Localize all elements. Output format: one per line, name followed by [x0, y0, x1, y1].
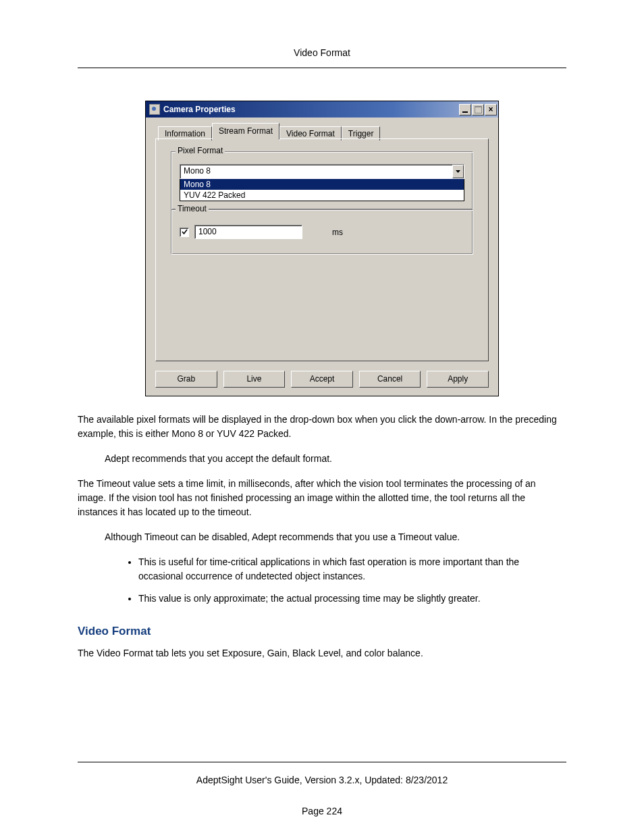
maximize-button	[472, 104, 484, 115]
paragraph: Adept recommends that you accept the def…	[105, 452, 566, 466]
pixel-format-label: Pixel Format	[176, 146, 225, 155]
pixel-format-combo[interactable]: Mono 8	[180, 164, 464, 179]
pixel-format-dropdown: Mono 8 YUV 422 Packed	[180, 178, 464, 201]
bullet-list: This is useful for time-critical applica…	[78, 555, 566, 606]
list-item: This value is only approximate; the actu…	[138, 592, 566, 606]
dropdown-item-yuv422[interactable]: YUV 422 Packed	[180, 190, 464, 201]
paragraph: The Video Format tab lets you set Exposu…	[78, 646, 566, 660]
accept-button[interactable]: Accept	[291, 371, 353, 388]
apply-button[interactable]: Apply	[427, 371, 489, 388]
document-body: The available pixel formats will be disp…	[78, 413, 566, 660]
camera-properties-dialog: Camera Properties × Information Stream F…	[145, 101, 499, 396]
live-button[interactable]: Live	[223, 371, 286, 388]
timeout-label: Timeout	[176, 204, 209, 213]
combo-dropdown-button[interactable]	[452, 165, 464, 178]
dialog-titlebar[interactable]: Camera Properties ×	[146, 101, 498, 118]
list-item: This is useful for time-critical applica…	[138, 555, 566, 583]
timeout-group: Timeout 1000 ms	[171, 209, 473, 255]
dialog-button-row: Grab Live Accept Cancel Apply	[155, 371, 489, 388]
footer-rule	[78, 762, 566, 762]
dialog-title: Camera Properties	[163, 105, 458, 114]
tab-panel-stream-format: Pixel Format Mono 8 Mono 8 YUV 422 Packe…	[155, 138, 489, 361]
tab-stream-format[interactable]: Stream Format	[212, 123, 279, 140]
paragraph: The available pixel formats will be disp…	[78, 413, 566, 441]
section-heading-video-format: Video Format	[78, 625, 566, 638]
pixel-format-group: Pixel Format Mono 8 Mono 8 YUV 422 Packe…	[171, 151, 473, 210]
timeout-input[interactable]: 1000	[194, 225, 302, 239]
header-rule	[78, 68, 566, 68]
app-icon	[149, 104, 160, 115]
cancel-button[interactable]: Cancel	[359, 371, 421, 388]
footer-line: AdeptSight User's Guide, Version 3.2.x, …	[78, 775, 566, 785]
timeout-checkbox[interactable]	[180, 228, 189, 237]
tab-strip: Information Stream Format Video Format T…	[158, 124, 489, 139]
chevron-down-icon	[456, 170, 460, 173]
page-footer: AdeptSight User's Guide, Version 3.2.x, …	[78, 762, 566, 816]
page-number: Page 224	[78, 806, 566, 816]
paragraph: Although Timeout can be disabled, Adept …	[105, 530, 566, 544]
paragraph: The Timeout value sets a time limit, in …	[78, 477, 566, 519]
grab-button[interactable]: Grab	[155, 371, 217, 388]
minimize-button[interactable]	[459, 104, 471, 115]
check-icon	[182, 229, 188, 235]
page-header-title: Video Format	[78, 47, 566, 58]
svg-marker-0	[456, 170, 460, 173]
close-button[interactable]: ×	[485, 104, 497, 115]
dropdown-item-mono8[interactable]: Mono 8	[180, 179, 464, 190]
timeout-unit: ms	[332, 228, 343, 237]
